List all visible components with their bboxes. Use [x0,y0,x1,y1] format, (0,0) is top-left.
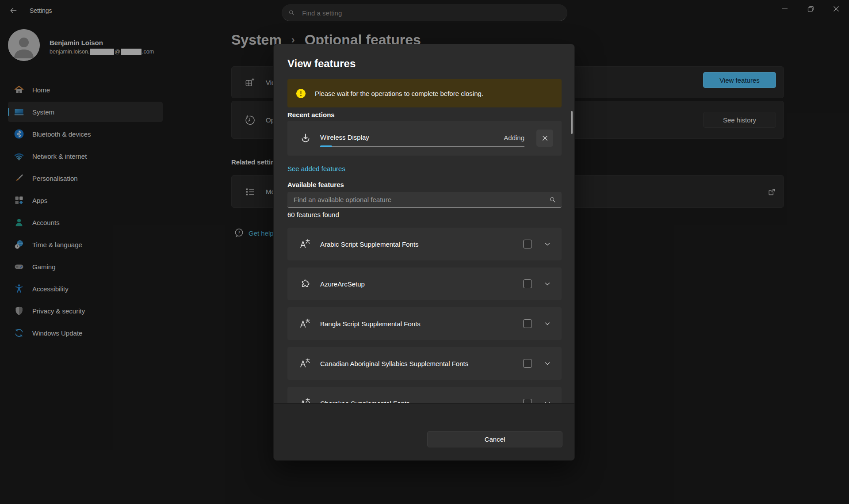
feature-checkbox[interactable] [523,240,532,248]
recent-item-name: Wireless Display [320,134,369,141]
search-icon [549,196,556,203]
feature-checkbox[interactable] [523,279,532,288]
settings-window: Settings Benjamin Loison benjamin.loi [0,0,849,504]
chevron-down-icon[interactable] [543,280,551,288]
feature-search-input[interactable] [293,195,549,204]
feature-name: Arabic Script Supplemental Fonts [320,241,419,248]
dialog-title: View features [287,57,356,70]
feature-name: AzureArcSetup [320,280,365,288]
cancel-operation-button[interactable] [536,130,553,147]
feature-row-arabic-fonts[interactable]: Arabic Script Supplemental Fonts [287,228,562,260]
chevron-down-icon[interactable] [543,359,551,367]
cancel-button[interactable]: Cancel [427,431,562,447]
recent-actions-heading: Recent actions [287,111,335,118]
warning-banner: Please wait for the operations to comple… [287,79,562,107]
progress-track [320,146,524,147]
feature-row-canadian-aboriginal-fonts[interactable]: Canadian Aboriginal Syllabics Supplement… [287,347,562,380]
see-added-features-link[interactable]: See added features [287,165,345,172]
feature-checkbox[interactable] [523,359,532,368]
download-icon [300,132,311,144]
recent-item-status: Adding [480,134,524,141]
chevron-down-icon[interactable] [543,320,551,328]
feature-row-bangla-fonts[interactable]: Bangla Script Supplemental Fonts [287,307,562,340]
fonts-icon [299,358,311,369]
available-features-heading: Available features [287,181,344,188]
fonts-icon [299,238,311,250]
feature-name: Bangla Script Supplemental Fonts [320,320,421,328]
progress-fill [320,145,332,147]
chevron-down-icon[interactable] [543,240,551,248]
feature-name: Canadian Aboriginal Syllabics Supplement… [320,360,468,367]
fonts-icon [299,318,311,329]
dialog-scrollbar[interactable] [571,111,573,134]
feature-search[interactable] [287,192,562,208]
feature-row-azurearcsetup[interactable]: AzureArcSetup [287,267,562,300]
close-icon [542,135,548,141]
feature-checkbox[interactable] [523,319,532,328]
recent-action-item: Wireless Display Adding [287,121,562,156]
warning-text: Please wait for the operations to comple… [315,90,483,97]
view-features-dialog: View features Please wait for the operat… [273,44,575,461]
results-count: 60 features found [287,211,339,218]
warning-icon [296,88,306,99]
puzzle-icon [299,278,311,290]
dialog-footer: Cancel [274,403,575,461]
